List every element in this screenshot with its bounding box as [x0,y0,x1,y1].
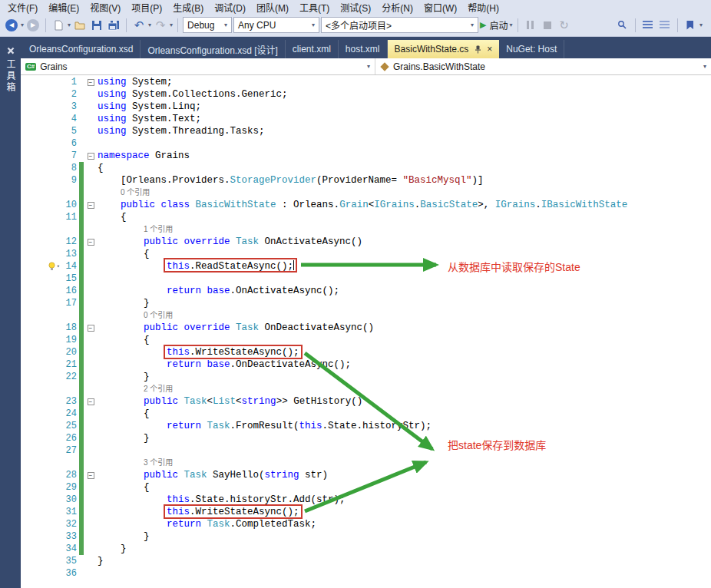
undo-chevron[interactable]: ▾ [148,22,151,28]
menu-item-build[interactable]: 生成(B) [167,0,209,15]
restart-button[interactable]: ↻ [557,17,572,34]
tab-host-xml[interactable]: host.xml [339,40,388,58]
code-editor[interactable]: 1−using System;2using System.Collections… [21,75,711,588]
redo-button[interactable]: ↷ [153,17,168,34]
code-text[interactable]: return base.OnDeactivateAsync(); [98,358,711,371]
code-text[interactable]: } [98,297,711,309]
code-text[interactable]: return Task.CompletedTask; [98,518,711,530]
startup-project-dropdown[interactable]: <多个启动项目> ▾ [321,17,478,33]
menu-item-analyze[interactable]: 分析(N) [376,0,418,15]
code-text[interactable]: using System; [98,76,711,88]
code-text[interactable]: } [98,371,711,383]
code-text[interactable]: { [98,481,711,494]
fold-collapse-box[interactable]: − [88,153,94,160]
codelens-text[interactable]: 3 个引用 [98,457,711,469]
undo-button[interactable]: ↶ [131,17,147,34]
codelens-text[interactable]: 1 个引用 [98,223,711,236]
menu-item-window[interactable]: 窗口(W) [418,0,462,15]
member-dropdown[interactable]: Grains.BasicWithState ▾ [375,58,711,74]
project-dropdown[interactable]: C# Grains ▾ [21,58,375,74]
toolbox-tab[interactable]: 工具箱 [0,43,21,96]
lightbulb-chevron[interactable]: ▾ [57,260,60,273]
codelens-text[interactable]: 0 个引用 [98,309,711,322]
menu-item-debug[interactable]: 调试(D) [209,0,251,15]
code-text[interactable]: this.State.historyStr.Add(str); [98,494,711,506]
code-text[interactable]: { [98,408,711,420]
tab-close-icon[interactable]: × [487,45,492,54]
fold-collapse-box[interactable]: − [88,79,94,86]
code-text[interactable]: } [98,555,711,567]
code-text[interactable]: } [98,432,711,444]
menu-item-view[interactable]: 视图(V) [84,0,126,15]
menu-item-help[interactable]: 帮助(H) [462,0,504,15]
open-file-button[interactable] [72,17,88,34]
fold-collapse-box[interactable]: − [88,239,94,246]
uncomment-button[interactable] [657,17,673,34]
new-file-button[interactable] [51,17,66,34]
menu-item-file[interactable]: 文件(F) [2,0,43,15]
save-all-button[interactable] [106,17,121,34]
tab-nuget-host[interactable]: NuGet: Host [499,40,564,58]
code-text[interactable]: public Task SayHello(string str) [98,469,711,481]
codelens-text[interactable]: 2 个引用 [98,383,711,395]
break-all-button[interactable] [523,17,538,34]
find-in-files-button[interactable] [615,17,630,34]
navigate-back-chevron[interactable]: ▾ [21,22,24,28]
code-text[interactable]: public class BasicWithState : Orleans.Gr… [98,199,711,211]
tab-orleansconfiguration-xsd-design[interactable]: OrleansConfiguration.xsd [设计] [141,40,285,58]
code-text[interactable]: using System.Linq; [98,101,711,113]
code-text[interactable]: { [98,211,711,223]
tab-orleansconfiguration-xsd[interactable]: OrleansConfiguration.xsd [22,40,141,58]
tab-client-xml[interactable]: client.xml [286,40,339,58]
code-text[interactable]: public override Task OnDeactivateAsync() [98,322,711,334]
menu-item-tools[interactable]: 工具(T) [294,0,335,15]
code-text[interactable]: { [98,162,711,174]
code-text[interactable]: namespace Grains [98,150,711,162]
code-text[interactable]: [Orleans.Providers.StorageProvider(Provi… [98,174,711,187]
code-text[interactable]: this.ReadStateAsync(); [98,260,711,273]
code-text[interactable] [98,137,711,150]
code-text[interactable]: using System.Collections.Generic; [98,88,711,101]
code-text[interactable] [98,444,711,457]
start-debug-button[interactable]: ▶ 启动 [480,17,508,34]
menu-item-team[interactable]: 团队(M) [251,0,294,15]
redo-chevron[interactable]: ▾ [170,22,173,28]
toolbar-options-chevron[interactable]: ▾ [699,22,703,28]
code-text[interactable] [98,273,711,285]
platform-dropdown[interactable]: Any CPU ▾ [233,17,319,33]
lightbulb-icon[interactable] [48,262,56,271]
menu-item-test[interactable]: 测试(S) [335,0,376,15]
code-text[interactable]: this.WriteStateAsync(); [98,346,711,358]
code-text[interactable]: public override Task OnActivateAsync() [98,236,711,248]
code-text[interactable]: { [98,248,711,260]
fold-collapse-box[interactable]: − [88,202,94,209]
toggle-bookmark-button[interactable] [683,17,698,34]
solution-config-dropdown[interactable]: Debug ▾ [183,17,232,33]
navigate-forward-button[interactable]: ▶ [25,17,41,34]
fold-collapse-box[interactable]: − [88,472,94,479]
code-text[interactable]: this.WriteStateAsync(); [98,506,711,518]
stop-debug-button[interactable] [540,17,555,34]
code-text[interactable]: public Task<List<string>> GetHistory() [98,395,711,408]
navigate-back-button[interactable]: ◀ [4,17,19,34]
fold-collapse-box[interactable]: − [88,398,94,405]
start-options-chevron[interactable]: ▾ [510,22,513,28]
menu-item-edit[interactable]: 编辑(E) [43,0,84,15]
code-text[interactable]: { [98,334,711,346]
code-text[interactable]: } [98,543,711,555]
code-text[interactable]: } [98,530,711,543]
code-text[interactable]: using System.Text; [98,113,711,125]
comment-button[interactable] [640,17,656,34]
code-text[interactable]: return base.OnActivateAsync(); [98,285,711,297]
new-file-chevron[interactable]: ▾ [68,22,71,28]
tab-basicwithstate-cs[interactable]: BasicWithState.cs× [388,40,500,58]
code-text[interactable] [98,567,711,580]
code-text[interactable]: using System.Threading.Tasks; [98,125,711,137]
fold-collapse-box[interactable]: − [88,325,94,332]
save-button[interactable] [89,17,104,34]
line-number: 2 [61,88,79,101]
pin-icon[interactable] [475,45,481,54]
codelens-text[interactable]: 0 个引用 [98,187,711,199]
code-text[interactable]: return Task.FromResult(this.State.histor… [98,420,711,432]
menu-item-project[interactable]: 项目(P) [126,0,167,15]
